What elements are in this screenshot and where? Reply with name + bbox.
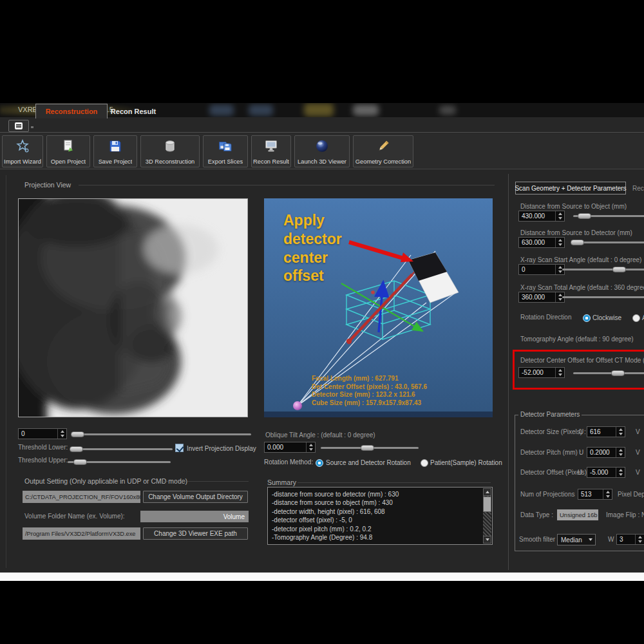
threshold-lower-track[interactable] (71, 448, 173, 450)
detector-pitch-u-value[interactable]: 0.2000 (587, 448, 616, 457)
tab-reconstruction[interactable]: Reconstruction (35, 104, 108, 118)
bottom-white-strip (0, 573, 644, 581)
scan-total-spinner[interactable]: 360.000 (518, 292, 565, 303)
smooth-w-spinner[interactable]: 3 (616, 534, 644, 545)
volume-folder-name-label: Volume Folder Name (ex. Volume): (24, 513, 125, 520)
scan-start-value[interactable]: 0 (519, 265, 555, 274)
scroll-down-icon[interactable] (483, 536, 491, 544)
toolbar-label: Export Slices (208, 158, 243, 165)
tab-recon-result[interactable]: Recon Result (108, 104, 159, 118)
frame-spinner[interactable]: 0 (18, 428, 67, 439)
oblique-tilt-spinner[interactable]: 0.000 (264, 442, 316, 453)
dsd-thumb[interactable] (571, 240, 584, 245)
spin-down-icon[interactable] (556, 216, 564, 222)
threshold-lower-thumb[interactable] (70, 446, 83, 452)
spin-up-icon[interactable] (616, 448, 625, 453)
rotation-method-label: Rotation Method: (264, 459, 313, 466)
summary-listbox[interactable]: -distance from source to detector (mm) :… (267, 487, 493, 545)
oblique-tilt-value[interactable]: 0.000 (265, 442, 306, 452)
spin-down-icon[interactable] (616, 473, 625, 478)
detector-center-offset-value[interactable]: -52.000 (519, 368, 555, 377)
detector-pitch-u-spinner[interactable]: 0.2000 (587, 447, 625, 458)
save-project-button[interactable]: Save Project (93, 135, 137, 167)
detector-center-offset-thumb[interactable] (611, 370, 625, 376)
rotation-method-patient-radio[interactable] (421, 459, 428, 467)
rotation-method-source-radio[interactable] (316, 459, 323, 467)
spin-up-icon[interactable] (616, 468, 625, 473)
3d-geometry-view[interactable]: Apply detector center offset Focal Lengt… (264, 198, 493, 417)
oblique-tilt-label: Oblique Tilt Angle : (default : 0 degree… (265, 431, 375, 439)
import-wizard-button[interactable]: Import Wizard (2, 135, 43, 167)
summary-line: -Tomography Angle (Degree) : 94.8 (268, 533, 492, 542)
smooth-filter-dropdown[interactable]: Median (557, 534, 596, 545)
volume-folder-name-input[interactable]: Volume (140, 511, 249, 522)
spin-up-icon[interactable] (58, 429, 66, 434)
data-type-value[interactable]: Unsigned 16b (557, 509, 598, 520)
oblique-tilt-thumb[interactable] (361, 445, 374, 451)
spin-down-icon[interactable] (307, 448, 315, 453)
monitor-icon (263, 138, 279, 155)
spin-up-icon[interactable] (556, 238, 564, 243)
spin-up-icon[interactable] (603, 489, 612, 495)
spinner-arrows (57, 429, 66, 439)
open-project-button[interactable]: Open Project (46, 135, 90, 167)
dso-thumb[interactable] (578, 213, 591, 219)
scan-start-track[interactable] (562, 269, 644, 270)
spinner-arrows (555, 211, 564, 221)
spin-up-icon[interactable] (636, 535, 644, 540)
spin-down-icon[interactable] (603, 495, 612, 500)
scrollbar-thumb[interactable] (483, 497, 491, 512)
change-volume-output-directory-button[interactable]: Change Volume Output Directory (143, 491, 248, 503)
spin-up-icon[interactable] (556, 211, 564, 216)
invert-projection-checkbox[interactable] (175, 444, 184, 452)
detector-size-u-spinner[interactable]: 616 (587, 426, 625, 437)
volume-output-directory-path[interactable]: C:/CTDATA_PROJECTION_RF/FOV160x80 (23, 491, 140, 503)
rotation-method-patient-label: Patient(Sample) Rotation (430, 459, 502, 466)
detector-center-offset-spinner[interactable]: -52.000 (518, 367, 565, 378)
spin-up-icon[interactable] (307, 442, 315, 448)
spin-up-icon[interactable] (556, 368, 564, 373)
frame-spinner-value[interactable]: 0 (19, 429, 57, 439)
detector-parameters-group-label: Detector Parameters (518, 411, 582, 418)
spinner-arrows (555, 368, 564, 377)
spin-down-icon[interactable] (616, 453, 625, 458)
dso-value[interactable]: 430.000 (519, 211, 555, 221)
num-projections-spinner[interactable]: 513 (578, 489, 612, 500)
scroll-up-icon[interactable] (483, 488, 491, 496)
spin-down-icon[interactable] (58, 434, 66, 439)
smooth-w-value[interactable]: 3 (617, 535, 635, 544)
detector-offset-u-spinner[interactable]: -5.000 (587, 467, 625, 478)
detector-center-offset-track[interactable] (573, 372, 644, 374)
frame-slider-track[interactable] (72, 433, 251, 435)
tab-scan-geometry[interactable]: Scan Geometry + Detector Parameters (515, 182, 626, 194)
scan-total-track[interactable] (562, 296, 644, 298)
threshold-upper-thumb[interactable] (73, 459, 87, 465)
viewer-exe-path[interactable]: /Program Files/VX3D2/PlatformVX3D.exe (23, 527, 140, 540)
scan-total-value[interactable]: 360.000 (519, 292, 555, 302)
summary-scrollbar[interactable] (483, 488, 491, 544)
num-projections-value[interactable]: 513 (578, 489, 603, 499)
clockwise-radio[interactable] (583, 314, 591, 322)
recon-result-button[interactable]: Recon Result (251, 135, 291, 167)
dsd-value[interactable]: 630.000 (519, 238, 555, 247)
launch-3d-viewer-button[interactable]: Launch 3D Viewer (294, 135, 350, 167)
change-3d-viewer-exe-button[interactable]: Change 3D Viewer EXE path (143, 527, 248, 540)
export-slices-button[interactable]: Export Slices (203, 135, 248, 167)
spin-down-icon[interactable] (616, 432, 625, 437)
scan-start-thumb[interactable] (612, 267, 626, 272)
spin-up-icon[interactable] (616, 427, 625, 432)
dsd-spinner[interactable]: 630.000 (518, 237, 565, 248)
spin-down-icon[interactable] (556, 373, 564, 378)
detector-size-u-value[interactable]: 616 (587, 427, 616, 437)
scan-start-spinner[interactable]: 0 (518, 264, 565, 275)
geometry-correction-button[interactable]: Geometry Correction (353, 135, 413, 167)
quick-access-button[interactable] (8, 120, 29, 132)
spin-down-icon[interactable] (636, 540, 644, 545)
3d-reconstruction-button[interactable]: 3D Reconstruction (140, 135, 200, 167)
spin-down-icon[interactable] (556, 243, 564, 248)
anticlockwise-radio[interactable] (632, 314, 640, 322)
tab-recon-params[interactable]: Recon (629, 182, 644, 194)
detector-offset-u-value[interactable]: -5.000 (587, 468, 616, 477)
frame-slider-thumb[interactable] (71, 431, 84, 437)
dso-spinner[interactable]: 430.000 (518, 211, 565, 222)
